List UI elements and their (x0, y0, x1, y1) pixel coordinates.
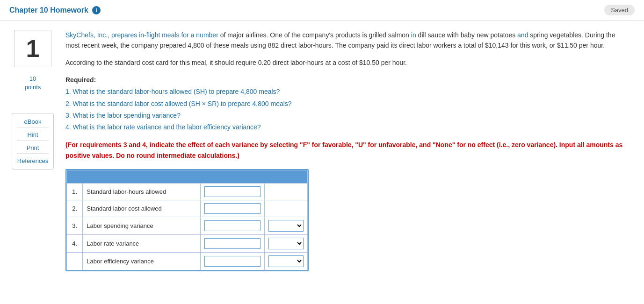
row-number: 4. (67, 234, 83, 252)
dropdown-spending-variance[interactable]: F U None (268, 220, 304, 232)
required-label: Required: (65, 76, 96, 84)
hint-link[interactable]: Hint (17, 129, 49, 141)
row-number: 1. (67, 183, 83, 200)
row-label-5: Labor efficiency variance (83, 252, 201, 270)
problem-paragraph1: SkyChefs, Inc., prepares in-flight meals… (65, 30, 627, 51)
required-section: Required: 1. What is the standard labor-… (65, 74, 627, 133)
table-row: 2. Standard labor cost allowed (67, 200, 308, 217)
answer-table-container: 1. Standard labor-hours allowed 2. Stand… (65, 169, 309, 271)
input-standard-cost[interactable] (204, 203, 260, 214)
page-title: Chapter 10 Homework (9, 6, 88, 14)
table-row: 4. Labor rate variance F U None (67, 234, 308, 252)
main-container: 1 10 points eBook Hint Print References … (0, 21, 644, 281)
row-label-1: Standard labor-hours allowed (83, 183, 201, 200)
answer-table: 1. Standard labor-hours allowed 2. Stand… (66, 170, 308, 270)
dropdown-cell-3[interactable]: F U None (265, 217, 308, 234)
print-link[interactable]: Print (17, 142, 49, 154)
ebook-link[interactable]: eBook (17, 116, 49, 127)
question-number: 1 (26, 35, 40, 63)
required-item-2: 2. What is the standard labor cost allow… (65, 100, 292, 107)
warning-text: (For requirements 3 and 4, indicate the … (65, 140, 627, 161)
required-item-3: 3. What is the labor spending variance? (65, 112, 181, 119)
header-left: Chapter 10 Homework i (9, 6, 101, 14)
problem-paragraph2: According to the standard cost card for … (65, 57, 627, 68)
input-rate-variance[interactable] (204, 238, 260, 249)
row-label-4: Labor rate variance (83, 234, 201, 252)
content-area: SkyChefs, Inc., prepares in-flight meals… (65, 30, 627, 271)
required-item-4: 4. What is the labor rate variance and t… (65, 123, 261, 131)
dropdown-cell-4[interactable]: F U None (265, 234, 308, 252)
row-label-2: Standard labor cost allowed (83, 200, 201, 217)
dropdown-cell-2 (265, 200, 308, 217)
input-cell-5[interactable] (201, 252, 265, 270)
input-cell-3[interactable] (201, 217, 265, 234)
question-number-box: 1 (14, 30, 51, 67)
input-cell-4[interactable] (201, 234, 265, 252)
row-label-3: Labor spending variance (83, 217, 201, 234)
dropdown-rate-variance[interactable]: F U None (268, 238, 304, 249)
table-row: 3. Labor spending variance F U None (67, 217, 308, 234)
info-icon[interactable]: i (92, 6, 101, 14)
points-label: 10 points (25, 75, 41, 92)
dropdown-cell-1 (265, 183, 308, 200)
required-item-1: 1. What is the standard labor-hours allo… (65, 88, 280, 95)
input-spending-variance[interactable] (204, 220, 260, 231)
row-number: 2. (67, 200, 83, 217)
table-row: Labor efficiency variance F U None (67, 252, 308, 270)
dropdown-cell-5[interactable]: F U None (265, 252, 308, 270)
left-sidebar: 1 10 points eBook Hint Print References (9, 30, 56, 271)
table-row: 1. Standard labor-hours allowed (67, 183, 308, 200)
input-cell-1[interactable] (201, 183, 265, 200)
sidebar-links: eBook Hint Print References (12, 113, 54, 170)
page-header: Chapter 10 Homework i Saved (0, 0, 644, 21)
row-number: 3. (67, 217, 83, 234)
dropdown-efficiency-variance[interactable]: F U None (268, 255, 304, 267)
references-link[interactable]: References (17, 156, 49, 166)
input-efficiency-variance[interactable] (204, 256, 260, 267)
row-number (67, 252, 83, 270)
input-standard-hours[interactable] (204, 186, 260, 197)
saved-badge: Saved (604, 5, 635, 15)
input-cell-2[interactable] (201, 200, 265, 217)
table-header-row (67, 170, 308, 183)
